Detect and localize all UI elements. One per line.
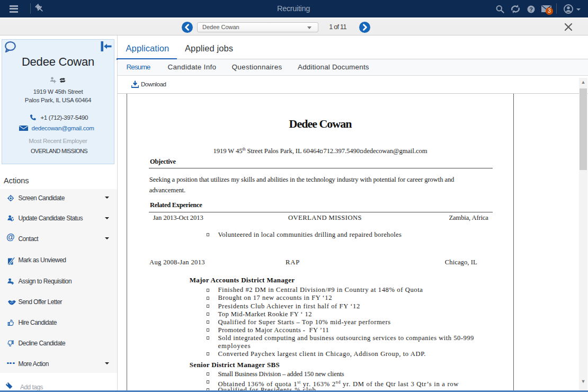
svg-text:?: ? [529,6,533,13]
